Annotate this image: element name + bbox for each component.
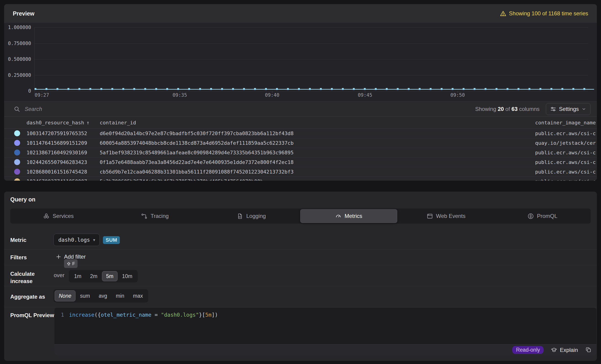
y-axis-tick-label: 0: [4, 88, 31, 94]
query-on-title: Query on: [10, 196, 35, 203]
aggregate-option-min[interactable]: min: [112, 290, 129, 301]
warning-icon: [500, 10, 506, 17]
code-token-lbl: otel_metric_name: [101, 312, 151, 318]
explain-button[interactable]: Explain: [550, 347, 579, 354]
sort-ascending-icon: ↑: [86, 120, 90, 126]
window-segmented-control: 1m2m5m10m: [69, 270, 138, 282]
line-number: 1: [54, 311, 69, 319]
aggregate-option-avg[interactable]: avg: [94, 290, 111, 301]
series-color-swatch: [14, 149, 20, 156]
metric-label: Metric: [10, 236, 27, 244]
code-token-p: ]): [211, 312, 218, 318]
cell-resource-hash: 10213867160492930169: [27, 148, 87, 157]
code-token-p: }[: [199, 312, 205, 318]
sliders-icon: [550, 106, 556, 112]
services-icon: [43, 213, 50, 219]
metric-select-value: dash0.logs: [58, 237, 90, 243]
cell-container-image-name: public.ecr.aws/csi-c: [535, 167, 597, 177]
tracing-icon: [141, 213, 147, 219]
time-series-warning: Showing 100 of 1168 time series: [500, 10, 588, 17]
explain-button-label: Explain: [560, 347, 578, 353]
y-axis-tick-label: 0.500000: [4, 57, 31, 62]
window-option-1m[interactable]: 1m: [70, 271, 86, 281]
chart-series-markers: [35, 88, 594, 90]
chart-gridline: [34, 43, 588, 44]
cell-container-image-name: quay.io/jetstack/cer: [535, 138, 597, 148]
add-filter-label: Add filter: [64, 254, 86, 260]
aggregate-option-max[interactable]: max: [129, 290, 147, 301]
y-axis-tick-label: 0.250000: [4, 72, 31, 78]
metrics-icon: [335, 213, 341, 219]
caret-down-icon: ▼: [92, 238, 96, 242]
x-axis-tick-label: 09:40: [265, 92, 279, 98]
tab-label: Services: [53, 213, 74, 219]
time-series-chart: 1.0000000.7500000.5000000.2500000 09:270…: [4, 23, 597, 101]
promql-icon: [528, 213, 534, 219]
cell-container-id: 0f1a57e6488aabb73ea3a8456d22ad7e4e7e6400…: [100, 157, 294, 167]
cell-container-id: 600054a8853974048bbcb8cde1138cd873a4d695…: [100, 138, 294, 148]
plus-icon: [56, 254, 61, 259]
aggregate-option-sum[interactable]: sum: [76, 290, 94, 301]
table-row[interactable]: 103467003774110500075e3b700605b36744e6b3…: [4, 177, 597, 181]
filters-row: Filters Add filter: [4, 249, 597, 265]
window-option-2m[interactable]: 2m: [86, 271, 101, 281]
tab-tracing[interactable]: Tracing: [107, 209, 203, 223]
shortcut-key: F: [72, 261, 75, 266]
cell-container-id: 5e3b700605b36744e6b3b467b37057bb370bd405…: [100, 177, 263, 181]
window-option-10m[interactable]: 10m: [118, 271, 137, 281]
promql-code-area[interactable]: 1 increase({otel_metric_name = "dash0.lo…: [54, 308, 596, 344]
aggregation-type-badge: SUM: [103, 236, 120, 244]
cell-container-id: d6e0f94d20a14bc97e2e87c9badfbf5c030f720f…: [100, 128, 294, 138]
copy-button[interactable]: [585, 347, 591, 354]
aggregate-segmented-control: Nonesumavgminmax: [53, 289, 148, 303]
column-header-resource-hash[interactable]: dash0_resource_hash ↑: [27, 117, 90, 128]
over-label: over: [54, 272, 64, 278]
cell-container-image-name: public.ecr.aws/csi-c: [535, 128, 597, 138]
preview-panel: Preview Showing 100 of 1168 time series …: [4, 4, 597, 181]
code-token-str: "dash0.logs": [161, 312, 199, 318]
x-axis-tick-label: 09:27: [35, 92, 49, 98]
x-axis-tick-label: 09:45: [358, 92, 372, 98]
column-header-container-id[interactable]: container_id: [100, 117, 136, 128]
search-icon: [14, 106, 20, 112]
promql-editor: 1 increase({otel_metric_name = "dash0.lo…: [54, 308, 596, 355]
settings-button[interactable]: Settings: [546, 103, 591, 115]
table-toolbar: Showing 20 of 63 columns Settings: [4, 101, 597, 117]
aggregate-option-none[interactable]: None: [55, 290, 75, 301]
table-row[interactable]: 102138671604929301695af1bef9382319c85489…: [4, 148, 597, 157]
metric-select[interactable]: dash0.logs ▼: [53, 234, 100, 246]
shortcut-badge-shift-f: F: [64, 259, 78, 268]
column-header-container-image-name[interactable]: container_image_name: [535, 117, 597, 128]
series-color-swatch: [14, 130, 20, 136]
code-token-dur: 5m: [205, 312, 211, 318]
web-events-icon: [427, 213, 433, 219]
tab-metrics[interactable]: Metrics: [300, 209, 397, 223]
search-input[interactable]: [24, 106, 471, 112]
chart-gridline: [34, 91, 588, 91]
table-row[interactable]: 10114764156899151209600054a8853974048bbc…: [4, 138, 597, 148]
tab-services[interactable]: Services: [10, 209, 107, 223]
cell-resource-hash: 10244265507946283423: [27, 157, 87, 167]
table-row[interactable]: 10286800161516745428cb56d9b7e12caa046288…: [4, 167, 597, 177]
tab-label: Web Events: [436, 213, 466, 219]
table-row[interactable]: 10031472075919765352d6e0f94d20a14bc97e2e…: [4, 128, 597, 138]
table-row[interactable]: 102442655079462834230f1a57e6488aabb73ea3…: [4, 157, 597, 167]
code-token-fn: increase: [69, 312, 94, 318]
series-color-swatch: [14, 169, 20, 175]
calculate-increase-label: Calculate increase: [10, 270, 45, 285]
aggregate-as-row: Aggregate as Nonesumavgminmax: [4, 286, 597, 307]
promql-preview-label: PromQL Preview: [10, 312, 54, 319]
tab-web-events[interactable]: Web Events: [398, 209, 494, 223]
tab-logging[interactable]: Logging: [203, 209, 300, 223]
window-option-5m[interactable]: 5m: [102, 271, 118, 281]
tab-promql[interactable]: PromQL: [494, 209, 591, 223]
chart-gridline: [34, 59, 588, 59]
cell-container-image-name: public.ecr.aws/csi-c: [535, 148, 597, 157]
tab-label: Logging: [246, 213, 266, 219]
code-token-p: =: [151, 312, 161, 318]
series-color-swatch: [14, 178, 20, 181]
tab-label: Metrics: [345, 213, 362, 219]
editor-footer: Read-only Explain: [54, 344, 596, 355]
chevron-down-icon: [581, 107, 586, 111]
promql-code-line: 1 increase({otel_metric_name = "dash0.lo…: [54, 311, 596, 319]
